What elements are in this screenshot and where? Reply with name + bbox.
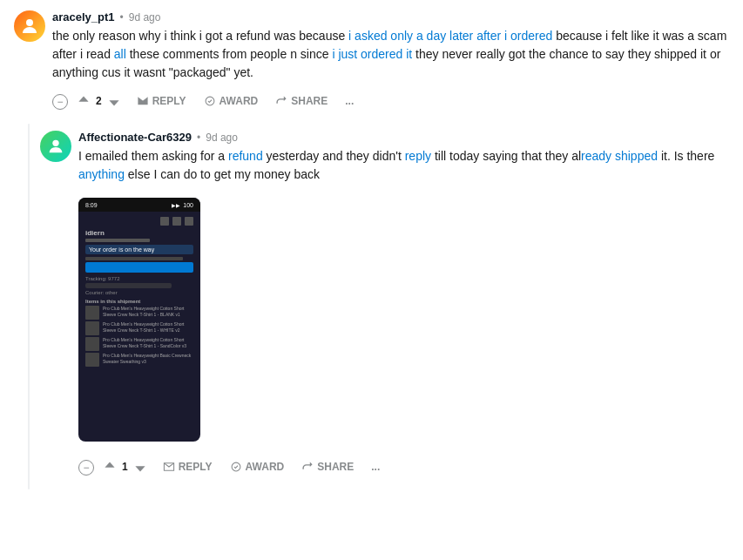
share-button-1[interactable]: Share — [268, 91, 334, 111]
reply-button-1[interactable]: Reply — [130, 91, 193, 111]
nested-comment-area: Affectionate-Car6329 • 9d ago I emailed … — [40, 124, 729, 489]
downvote-button-1[interactable] — [105, 92, 123, 110]
phone-item-text-2: Pro Club Men's Heavyweight Cotton Short … — [103, 321, 193, 333]
vote-count-2: 1 — [122, 461, 128, 473]
text-highlight-2: all — [114, 47, 126, 61]
page: aracely_pt1 • 9d ago the only reason why… — [0, 0, 743, 560]
svg-point-2 — [52, 140, 58, 146]
phone-order-status: Your order is on the way — [85, 245, 193, 254]
comment-thread: aracely_pt1 • 9d ago the only reason why… — [0, 0, 743, 500]
comment-1: aracely_pt1 • 9d ago the only reason why… — [14, 10, 729, 120]
phone-icon-row — [85, 217, 193, 226]
phone-store-subtitle — [85, 239, 150, 242]
c2-seg3: till today saying that they al — [431, 149, 581, 163]
phone-item-4: Pro Club Men's Heavyweight Basic Crewnec… — [85, 353, 193, 367]
text-segment-1: the only reason why i think i got a refu… — [52, 29, 348, 43]
downvote-button-2[interactable] — [132, 458, 149, 476]
text-segment-3: these comments from people n since — [126, 47, 333, 61]
phone-item-text-4: Pro Club Men's Heavyweight Basic Crewnec… — [103, 353, 193, 364]
comment-2-body: Affectionate-Car6329 • 9d ago I emailed … — [78, 131, 729, 486]
phone-blurred-1 — [85, 283, 172, 288]
phone-icon-3 — [185, 217, 193, 226]
phone-mockup: 8:09 ▶▶ 100 — [78, 198, 200, 442]
vote-section-1: 2 — [71, 89, 126, 113]
phone-item-thumb-3 — [85, 337, 99, 351]
phone-tracking: Tracking: 9772 — [85, 276, 193, 281]
upvote-button-1[interactable] — [75, 92, 92, 110]
more-button-2[interactable]: ... — [364, 457, 387, 476]
comment-2-timestamp: 9d ago — [206, 132, 238, 144]
comment-1-body: aracely_pt1 • 9d ago the only reason why… — [52, 10, 729, 120]
text-highlight-3: i just ordered it — [332, 47, 412, 61]
phone-time: 8:09 — [85, 202, 98, 208]
phone-carrier: Courier: other — [85, 290, 193, 295]
more-button-1[interactable]: ... — [338, 91, 361, 111]
phone-icon-2 — [172, 217, 181, 226]
comment-1-dot: • — [120, 11, 124, 24]
c2-seg5: else I can do to get my money back — [125, 167, 320, 181]
phone-item-2: Pro Club Men's Heavyweight Cotton Short … — [85, 321, 193, 335]
comment-2-username: Affectionate-Car6329 — [78, 131, 192, 144]
thread-container: Affectionate-Car6329 • 9d ago I emailed … — [28, 124, 729, 489]
comment-2-header: Affectionate-Car6329 • 9d ago — [78, 131, 729, 144]
phone-item-1: Pro Club Men's Heavyweight Cotton Short … — [85, 306, 193, 320]
phone-item-thumb-2 — [85, 321, 99, 335]
comment-1-timestamp: 9d ago — [129, 11, 161, 24]
upvote-button-2[interactable] — [101, 458, 118, 476]
award-button-1[interactable]: Award — [197, 91, 266, 111]
c2-seg4: it. Is there — [658, 149, 714, 163]
c2-highlight-4: anything — [78, 167, 125, 181]
phone-store-name: idiern — [85, 229, 193, 237]
collapse-button-1[interactable]: − — [52, 94, 68, 110]
phone-desc — [85, 257, 183, 260]
phone-item-thumb-1 — [85, 306, 99, 320]
phone-icon-1 — [160, 217, 169, 226]
c2-highlight-3: ready shipped — [581, 149, 658, 163]
screenshot-image: 8:09 ▶▶ 100 — [78, 198, 200, 442]
c2-seg1: I emailed them asking for a — [78, 149, 228, 163]
comment-2-dot: • — [197, 132, 200, 144]
phone-battery: 100 — [183, 202, 193, 208]
avatar-1 — [14, 10, 45, 42]
phone-item-thumb-4 — [85, 353, 99, 367]
svg-point-0 — [26, 19, 33, 26]
c2-seg2: yesterday and they didn't — [263, 149, 405, 163]
phone-item-3: Pro Club Men's Heavyweight Cotton Short … — [85, 337, 193, 351]
comment-1-header: aracely_pt1 • 9d ago — [52, 10, 729, 24]
phone-item-text-3: Pro Club Men's Heavyweight Cotton Short … — [103, 337, 193, 348]
phone-section-title: Items in this shipment — [85, 299, 193, 304]
share-button-2[interactable]: Share — [294, 457, 361, 476]
c2-highlight-1: refund — [228, 149, 263, 163]
reply-button-2[interactable]: Reply — [156, 457, 220, 476]
comment-1-text: the only reason why i think i got a refu… — [52, 27, 729, 82]
collapse-button-2[interactable]: − — [78, 460, 94, 476]
phone-cta-button — [85, 262, 193, 273]
c2-highlight-2: reply — [405, 149, 431, 163]
award-button-2[interactable]: Award — [223, 457, 292, 476]
avatar-2 — [40, 131, 71, 162]
comment-2-actions: − 1 — [78, 455, 729, 479]
phone-item-text-1: Pro Club Men's Heavyweight Cotton Short … — [103, 306, 193, 317]
thread-line[interactable] — [28, 124, 30, 489]
vote-section-2: 1 — [98, 455, 152, 479]
comment-1-username: aracely_pt1 — [52, 10, 115, 24]
phone-status-bar: 8:09 ▶▶ 100 — [78, 198, 200, 212]
text-highlight-1: i asked only a day later after i ordered — [348, 29, 552, 43]
comment-2-text: I emailed them asking for a refund yeste… — [78, 147, 729, 184]
comment-2: Affectionate-Car6329 • 9d ago I emailed … — [40, 131, 729, 486]
comment-1-actions: − 2 Reply — [52, 89, 729, 113]
phone-content: idiern Your order is on the way Tracking… — [78, 212, 200, 442]
vote-count-1: 2 — [96, 95, 102, 107]
